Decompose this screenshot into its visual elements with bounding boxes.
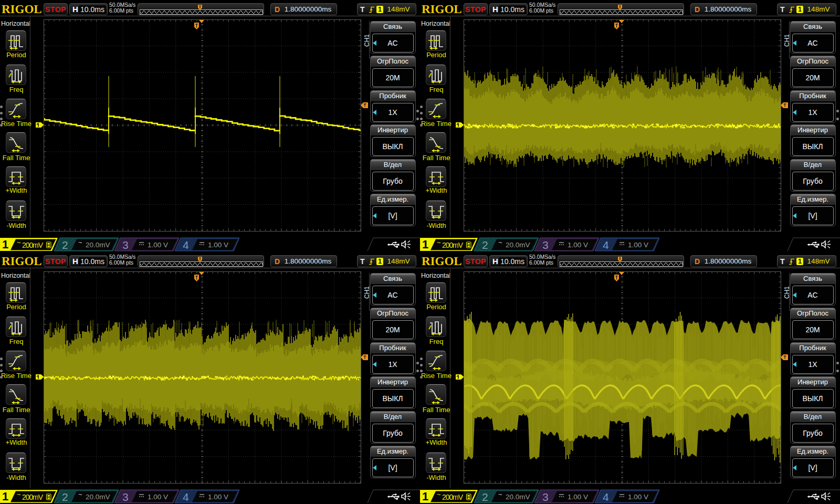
svg-text:1.00 V: 1.00 V [148, 241, 168, 249]
svg-text:4: 4 [183, 491, 189, 503]
svg-text:3: 3 [542, 239, 549, 251]
svg-text:~: ~ [498, 238, 502, 246]
svg-text:1: 1 [422, 238, 428, 251]
svg-text:200mV: 200mV [442, 493, 464, 501]
svg-text:20.0mV: 20.0mV [86, 241, 110, 249]
svg-text:20.0mV: 20.0mV [506, 241, 530, 249]
svg-text:200mV: 200mV [22, 493, 44, 501]
svg-text:20.0mV: 20.0mV [86, 493, 110, 501]
svg-text:1.00 V: 1.00 V [208, 493, 228, 501]
svg-text:~: ~ [78, 490, 82, 498]
svg-text:1.00 V: 1.00 V [568, 493, 588, 501]
svg-text:3: 3 [122, 491, 129, 503]
svg-text:2: 2 [62, 491, 68, 503]
svg-text:1.00 V: 1.00 V [568, 241, 588, 249]
svg-text:2: 2 [62, 239, 68, 251]
svg-text:1.00 V: 1.00 V [148, 493, 168, 501]
svg-text:3: 3 [122, 239, 129, 251]
svg-text:1.00 V: 1.00 V [628, 241, 648, 249]
svg-text:2: 2 [482, 239, 488, 251]
svg-text:~: ~ [498, 490, 502, 498]
svg-text:~: ~ [17, 238, 21, 246]
svg-text:200mV: 200mV [22, 241, 44, 249]
svg-text:~: ~ [437, 490, 441, 498]
svg-text:1: 1 [2, 490, 8, 503]
svg-text:~: ~ [437, 238, 441, 246]
svg-text:~: ~ [17, 490, 21, 498]
svg-text:1.00 V: 1.00 V [628, 493, 648, 501]
svg-text:3: 3 [542, 491, 549, 503]
svg-text:1: 1 [2, 238, 8, 251]
svg-text:1: 1 [422, 490, 428, 503]
svg-text:~: ~ [78, 238, 82, 246]
svg-text:1.00 V: 1.00 V [208, 241, 228, 249]
svg-text:4: 4 [183, 239, 189, 251]
svg-text:200mV: 200mV [442, 241, 464, 249]
svg-text:4: 4 [603, 239, 609, 251]
svg-text:2: 2 [482, 491, 488, 503]
svg-text:20.0mV: 20.0mV [506, 493, 530, 501]
svg-text:4: 4 [603, 491, 609, 503]
